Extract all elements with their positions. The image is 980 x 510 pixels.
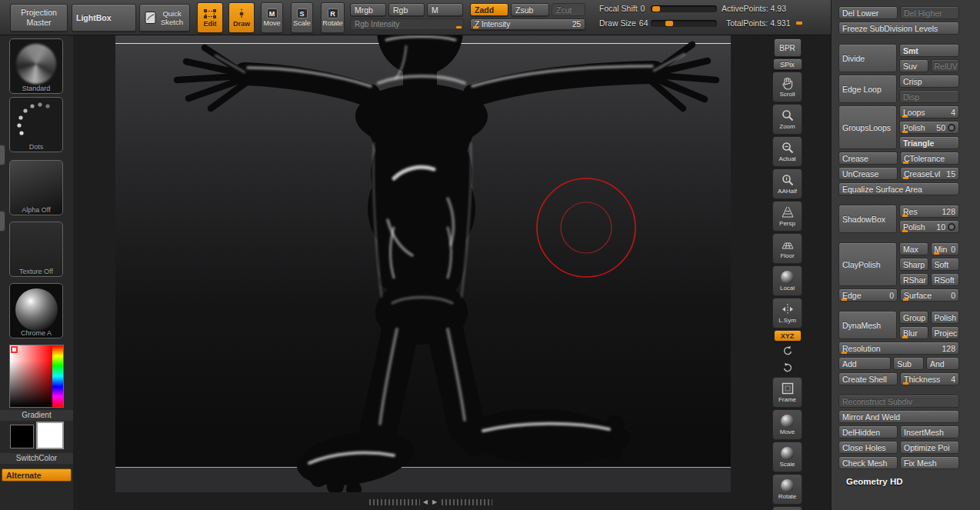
dynamesh-polish-toggle[interactable]: Polish: [931, 311, 960, 324]
del-lower-button[interactable]: Del Lower: [838, 6, 898, 19]
alpha-selector[interactable]: Alpha Off: [9, 160, 63, 215]
surface-slider[interactable]: Surface 0: [900, 288, 959, 302]
loops-slider[interactable]: Loops 4: [899, 105, 959, 118]
resolution-slider[interactable]: Resolution 128: [838, 342, 959, 355]
min-slider[interactable]: Min 0: [931, 242, 960, 255]
clipped-shelf-button[interactable]: [772, 506, 802, 510]
rotate-button[interactable]: R Rotate: [321, 2, 345, 33]
edge-slider[interactable]: Edge 0: [838, 288, 898, 302]
dynamesh-button[interactable]: DynaMesh: [838, 311, 897, 339]
group-toggle[interactable]: Group: [899, 311, 928, 324]
viewport-canvas[interactable]: [115, 35, 731, 492]
reconstruct-subdiv-button[interactable]: Reconstruct Subdiv: [838, 395, 959, 408]
main-color-swatch[interactable]: [10, 425, 34, 448]
rshar-button[interactable]: RShar: [899, 273, 928, 286]
scale-3d-button[interactable]: Scale: [772, 442, 802, 472]
draw-size-knob[interactable]: [665, 21, 673, 26]
actual-button[interactable]: Actual: [772, 136, 802, 167]
disp-toggle[interactable]: Disp: [899, 90, 959, 103]
xyz-button[interactable]: XYZ: [774, 330, 802, 342]
sharp-button[interactable]: Sharp: [899, 258, 928, 271]
thickness-slider[interactable]: Thickness 4: [900, 372, 959, 385]
scroll-left-icon[interactable]: ◀: [423, 498, 429, 505]
smt-toggle[interactable]: Smt: [899, 44, 959, 57]
zcut-toggle[interactable]: Zcut: [552, 3, 585, 16]
tray-divider-tab[interactable]: [0, 211, 5, 232]
focal-shift-slider[interactable]: [651, 5, 717, 12]
rgb-intensity-slider[interactable]: Rgb Intensity: [350, 18, 464, 30]
reluv-toggle[interactable]: RelUV: [931, 59, 960, 72]
polish10-slider[interactable]: Polish 10: [899, 220, 959, 233]
geometry-hd-header[interactable]: Geometry HD: [838, 477, 959, 486]
equalize-surface-button[interactable]: Equalize Surface Area: [838, 182, 959, 195]
brush-selector[interactable]: Standard: [9, 38, 63, 94]
scrollbar-track[interactable]: [369, 499, 420, 505]
focal-shift-knob[interactable]: [652, 6, 660, 12]
scroll-right-icon[interactable]: ▶: [432, 498, 438, 505]
floor-button[interactable]: Floor: [772, 233, 802, 264]
freeze-subdivision-button[interactable]: Freeze SubDivision Levels: [838, 22, 959, 35]
check-mesh-button[interactable]: Check Mesh: [838, 456, 898, 469]
move-3d-button[interactable]: Move: [772, 409, 802, 440]
zadd-toggle[interactable]: Zadd: [470, 3, 508, 16]
hue-strip[interactable]: [52, 345, 63, 407]
claypolish-button[interactable]: ClayPolish: [838, 242, 897, 286]
res-slider[interactable]: Res 128: [899, 205, 959, 218]
material-selector[interactable]: Chrome A: [9, 283, 63, 338]
create-shell-button[interactable]: Create Shell: [838, 372, 898, 385]
color-picker[interactable]: [9, 345, 64, 408]
polish-slider[interactable]: Polish 50: [899, 121, 959, 134]
zoom-button[interactable]: Zoom: [772, 104, 802, 135]
persp-button[interactable]: Persp: [772, 201, 802, 232]
divide-button[interactable]: Divide: [838, 44, 897, 72]
dynamesh-and-toggle[interactable]: And: [926, 357, 959, 370]
spix-slider[interactable]: SPix: [773, 58, 802, 70]
rgb-toggle[interactable]: Rgb: [388, 3, 425, 16]
rsoft-button[interactable]: RSoft: [931, 273, 960, 286]
sculpted-model[interactable]: [177, 35, 716, 492]
texture-selector[interactable]: Texture Off: [9, 222, 63, 277]
dynamesh-sub-toggle[interactable]: Sub: [893, 357, 924, 370]
stroke-selector[interactable]: Dots: [9, 97, 63, 152]
scale-button[interactable]: S Scale: [291, 2, 313, 33]
rotate-3d-button[interactable]: Rotate: [772, 474, 802, 505]
bpr-button[interactable]: BPR: [774, 38, 802, 57]
creaselvl-slider[interactable]: CreaseLvl 15: [900, 167, 959, 180]
horizontal-scrollbar[interactable]: ◀ ▶: [369, 498, 492, 505]
m-toggle[interactable]: M: [427, 3, 463, 16]
edit-button[interactable]: Edit: [197, 2, 223, 33]
insert-mesh-button[interactable]: InsertMesh: [900, 425, 959, 438]
polish10-mode-toggle[interactable]: [948, 223, 955, 231]
optimize-points-button[interactable]: Optimize Poi: [900, 441, 959, 454]
draw-size-slider[interactable]: [651, 20, 717, 27]
fix-mesh-button[interactable]: Fix Mesh: [900, 456, 959, 469]
switch-color-button[interactable]: SwitchColor: [0, 453, 73, 464]
saturation-value-area[interactable]: [10, 345, 52, 407]
gradient-button[interactable]: Gradient: [0, 410, 73, 421]
z-intensity-slider[interactable]: Z Intensity 25: [470, 18, 585, 30]
del-hidden-button[interactable]: DelHidden: [838, 425, 898, 438]
triangle-toggle[interactable]: Triangle: [899, 136, 959, 149]
scroll-button[interactable]: Scroll: [772, 72, 802, 102]
mrgb-toggle[interactable]: Mrgb: [350, 3, 386, 16]
scrollbar-track[interactable]: [442, 499, 492, 505]
crease-button[interactable]: Crease: [838, 152, 898, 165]
secondary-color-swatch[interactable]: [36, 422, 64, 449]
local-button[interactable]: Local: [772, 265, 802, 296]
rotate-cw-button[interactable]: [778, 360, 797, 375]
quick-sketch-button[interactable]: Quick Sketch: [139, 4, 190, 32]
tray-divider-tab[interactable]: [0, 145, 5, 165]
close-holes-button[interactable]: Close Holes: [838, 441, 898, 454]
suv-toggle[interactable]: Suv: [899, 59, 928, 72]
del-higher-button[interactable]: Del Higher: [900, 6, 959, 19]
lsym-button[interactable]: L.Sym: [772, 298, 802, 328]
polish-mode-toggle[interactable]: [948, 124, 955, 132]
shadowbox-button[interactable]: ShadowBox: [838, 205, 897, 233]
mirror-and-weld-button[interactable]: Mirror And Weld: [838, 410, 959, 423]
rotate-ccw-button[interactable]: [778, 343, 797, 358]
project-toggle[interactable]: Projec: [931, 326, 960, 339]
dynamesh-add-toggle[interactable]: Add: [838, 357, 891, 370]
max-button[interactable]: Max: [899, 242, 928, 255]
blur-slider[interactable]: Blur: [899, 326, 928, 339]
zsub-toggle[interactable]: Zsub: [511, 3, 549, 16]
